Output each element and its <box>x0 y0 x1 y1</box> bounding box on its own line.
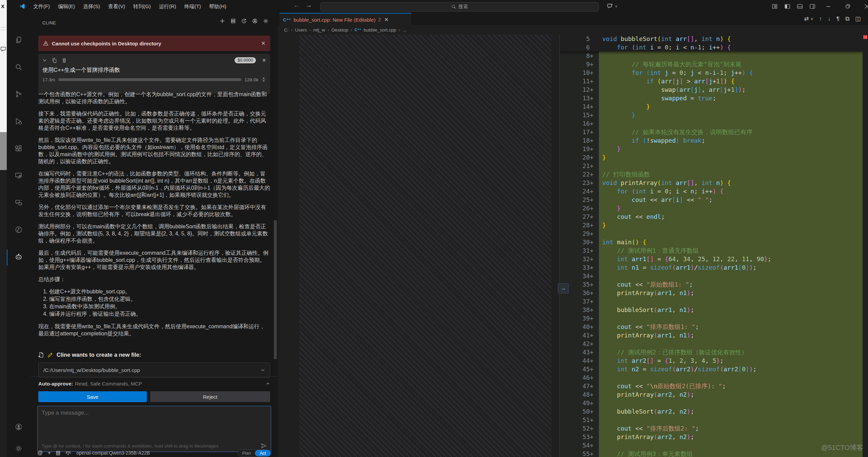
mention-icon[interactable]: @ <box>37 450 43 456</box>
line-number: 28+ <box>560 221 599 229</box>
plan-mode-option[interactable]: Plan <box>238 450 255 456</box>
message-placeholder: Type a message... <box>42 410 267 416</box>
code-added-line: 22+// 打印数组函数 <box>560 170 863 179</box>
new-file-path-box[interactable]: /C:/Users/mtj_w/Desktop/bubble_sort.cpp <box>38 362 270 378</box>
add-context-icon[interactable]: + <box>47 450 51 456</box>
breadcrumb-item[interactable]: C: <box>284 27 289 33</box>
history-icon[interactable] <box>241 18 247 24</box>
restore-button[interactable] <box>840 0 855 13</box>
toggle-primary-sidebar-icon[interactable] <box>785 4 790 9</box>
context-size: 128.0k <box>244 77 258 82</box>
model-selector[interactable]: openai-compat:Qwen3-235B-A22B <box>76 450 150 456</box>
split-editor-icon[interactable]: ◫ <box>855 15 861 22</box>
tab-close-icon[interactable]: ✕ <box>384 17 389 23</box>
menu-go[interactable]: 转到(G) <box>130 2 154 11</box>
nav-forward-icon[interactable]: → <box>304 2 313 9</box>
run-debug-icon[interactable] <box>15 117 23 125</box>
context-progress-bar <box>58 78 242 81</box>
next-change-icon[interactable]: ↓ <box>828 16 831 22</box>
accounts-icon[interactable] <box>15 423 23 431</box>
thinking-paragraph: 接下来，我需要确保代码的正确性。比如，函数参数是否正确传递，循环条件是否正确，交… <box>38 110 270 131</box>
thinking-paragraph: 现在，我需要使用write_to_file工具来生成代码文件，然后使用execu… <box>38 323 270 337</box>
new-task-icon[interactable] <box>220 18 225 24</box>
open-changes-icon[interactable]: ⇄ <box>804 15 809 22</box>
line-number: 55+ <box>560 450 599 457</box>
cline-robot-icon[interactable] <box>15 253 23 261</box>
panel-scrollbar[interactable] <box>274 220 277 359</box>
watermark: @51CTO博客 <box>821 443 863 452</box>
overlay-strip: X <box>0 0 7 132</box>
menu-selection[interactable]: 选择(S) <box>80 2 103 11</box>
menu-terminal[interactable]: 终端(T) <box>181 2 204 11</box>
toggle-panel-icon[interactable] <box>797 4 803 9</box>
overlay-close-icon[interactable]: X <box>1 3 4 9</box>
line-number: 29+ <box>560 229 599 238</box>
code-added-line: 47+ cout << "\n原始数组2(已排序): "; <box>560 382 863 390</box>
source-control-graph-icon[interactable] <box>15 226 23 234</box>
context-compress-icon[interactable] <box>261 77 266 82</box>
task-delete-icon[interactable] <box>62 58 67 63</box>
code-added-line: 25+ cout << arr[i] << " "; <box>560 195 863 204</box>
overview-ruler[interactable] <box>863 35 868 457</box>
task-close-icon[interactable]: ✕ <box>262 58 266 63</box>
menu-bar: 文件(F)编辑(E)选择(S)查看(V)转到(G)运行(R)终端(T)帮助(H) <box>30 2 230 11</box>
previous-change-icon[interactable]: ↑ <box>819 16 822 22</box>
code-added-line: 31+ // 测试用例1：普通无序数组 <box>560 246 863 255</box>
account-icon[interactable] <box>252 18 258 24</box>
nav-back-icon[interactable]: ← <box>292 2 301 9</box>
breadcrumb-item[interactable]: Desktop <box>331 27 348 33</box>
breadcrumb[interactable]: C:›Users›mtj_w›Desktop›C⁺⁺bubble_sort.cp… <box>284 25 868 35</box>
auto-approve-bar[interactable]: Auto-approve: Read, Safe Commands, MCP <box>31 376 278 390</box>
open-preview-icon[interactable]: ⧉ <box>845 16 849 22</box>
thinking-step: 创建C++源文件bubble_sort.cpp。 <box>49 288 270 295</box>
chat-sessions-icon[interactable] <box>15 199 23 207</box>
reject-button[interactable]: Reject <box>150 391 270 402</box>
line-number: 15+ <box>560 111 599 119</box>
breadcrumb-more[interactable]: ... <box>403 27 406 33</box>
remote-explorer-icon[interactable] <box>15 171 23 180</box>
source-control-icon[interactable] <box>15 90 23 98</box>
menu-edit[interactable]: 编辑(E) <box>55 2 78 11</box>
chevron-down-icon[interactable]: ∨ <box>811 17 813 21</box>
menu-help[interactable]: 帮助(H) <box>206 2 230 11</box>
settings-gear-icon[interactable] <box>15 444 23 453</box>
customize-layout-icon[interactable] <box>772 4 778 9</box>
breadcrumb-item[interactable]: Users <box>295 27 307 33</box>
code-added-line: 28+} <box>560 221 863 229</box>
search-input[interactable]: 搜索 <box>320 2 599 12</box>
mcp-servers-icon[interactable] <box>230 18 236 24</box>
menu-run[interactable]: 运行(R) <box>156 2 180 11</box>
mcp-rack-icon[interactable] <box>56 451 61 456</box>
search-sidebar-icon[interactable] <box>15 63 23 71</box>
comment-bubble-icon[interactable] <box>0 46 6 52</box>
menu-view[interactable]: 查看(V) <box>105 2 128 11</box>
diff-revert-arrow-button[interactable]: → <box>558 283 569 293</box>
line-number: 49+ <box>560 399 599 407</box>
task-copy-icon[interactable] <box>52 58 57 63</box>
rules-scale-icon[interactable] <box>65 450 71 456</box>
breadcrumb-file[interactable]: bubble_sort.cpp <box>364 27 396 33</box>
chevron-up-icon <box>266 381 270 386</box>
save-button[interactable]: Save <box>38 391 147 402</box>
whitespace-icon[interactable]: ¶ <box>836 16 840 22</box>
tab-bubble-sort[interactable]: C⁺⁺ bubble_sort.cpp: New File (Editable)… <box>280 13 411 26</box>
copilot-chat-button[interactable]: ∨ <box>607 3 618 9</box>
task-collapse-chevron-icon[interactable] <box>42 58 47 63</box>
extensions-icon[interactable] <box>15 144 23 152</box>
minimize-button[interactable]: ─ <box>821 0 836 13</box>
panel-settings-gear-icon[interactable] <box>263 18 268 24</box>
plan-act-toggle[interactable]: Plan Act <box>238 450 271 457</box>
diff-modified-pane[interactable]: 5 void bubbleSort(int arr[], int n) {6 f… <box>560 35 863 457</box>
error-close-icon[interactable]: ✕ <box>261 40 265 46</box>
menu-file[interactable]: 文件(F) <box>30 2 53 11</box>
act-mode-option[interactable]: Act <box>255 450 271 456</box>
breadcrumb-item[interactable]: mtj_w <box>313 27 325 33</box>
code-added-line: 17+ // 如果本轮没有发生交换，说明数组已有序 <box>560 128 863 136</box>
overlay-divider <box>1 27 6 27</box>
line-number: 32+ <box>560 255 599 263</box>
explorer-icon[interactable] <box>15 36 23 44</box>
message-input[interactable]: Type a message... Type @ for context, / … <box>37 406 271 452</box>
toggle-secondary-sidebar-icon[interactable] <box>810 4 815 9</box>
close-window-button[interactable] <box>859 0 868 13</box>
activity-bar <box>7 13 31 457</box>
